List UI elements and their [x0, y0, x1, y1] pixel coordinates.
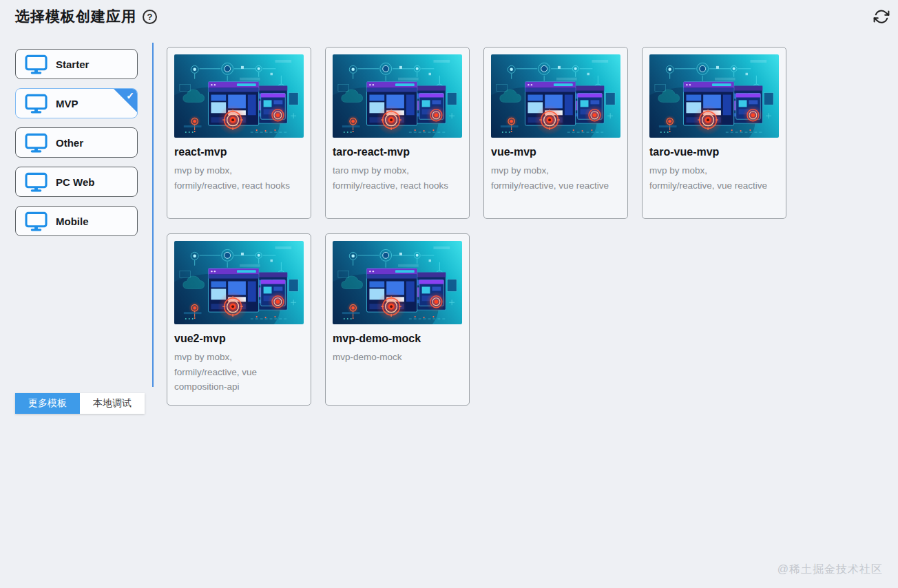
template-name: vue2-mvp — [174, 333, 304, 345]
sidebar-item-mvp[interactable]: MVP ✓ — [15, 88, 138, 118]
template-card-mvp-demo-mock[interactable]: mvp-demo-mock mvp-demo-mock — [325, 233, 470, 406]
sidebar-item-starter[interactable]: Starter ✓ — [15, 49, 138, 79]
template-description: mvp by mobx, formily/reactive, vue react… — [649, 163, 779, 193]
template-card-react-mvp[interactable]: react-mvp mvp by mobx, formily/reactive,… — [167, 47, 311, 219]
sidebar-item-label: Mobile — [56, 216, 89, 227]
template-thumbnail-image — [174, 54, 304, 138]
template-grid: react-mvp mvp by mobx, formily/reactive,… — [167, 47, 807, 406]
monitor-icon — [25, 133, 48, 153]
page-title: 选择模板创建应用 — [15, 7, 136, 26]
template-thumbnail-image — [649, 54, 779, 138]
sidebar-item-mobile[interactable]: Mobile ✓ — [15, 206, 138, 236]
category-sidebar: Starter ✓ MVP ✓ Other ✓ PC Web ✓ Mobile … — [15, 49, 138, 236]
template-name: taro-react-mvp — [333, 146, 462, 158]
template-name: react-mvp — [174, 146, 304, 158]
template-description: mvp by mobx, formily/reactive, react hoo… — [174, 163, 304, 193]
template-card-vue-mvp[interactable]: vue-mvp mvp by mobx, formily/reactive, v… — [483, 47, 628, 219]
template-name: taro-vue-mvp — [649, 146, 779, 158]
template-thumbnail-image — [491, 54, 620, 138]
sidebar-item-other[interactable]: Other ✓ — [15, 127, 138, 158]
monitor-icon — [25, 54, 48, 74]
refresh-icon[interactable] — [873, 8, 890, 25]
monitor-icon — [25, 94, 48, 114]
template-name: vue-mvp — [491, 146, 620, 158]
bottom-tab-label: 本地调试 — [93, 397, 132, 410]
watermark: @稀土掘金技术社区 — [777, 563, 883, 577]
template-thumbnail-image — [333, 54, 462, 138]
template-thumbnail-image — [333, 241, 462, 324]
template-description: mvp-demo-mock — [333, 350, 462, 365]
template-picker-page: 选择模板创建应用 ? Starter ✓ MVP ✓ Other ✓ PC We… — [0, 0, 898, 588]
page-header: 选择模板创建应用 ? — [15, 7, 157, 26]
template-description: mvp by mobx, formily/reactive, vue compo… — [174, 350, 304, 395]
template-description: taro mvp by mobx, formily/reactive, reac… — [333, 163, 462, 193]
sidebar-item-label: MVP — [56, 98, 79, 109]
sidebar-item-label: Other — [56, 137, 83, 149]
template-name: mvp-demo-mock — [333, 333, 462, 345]
bottom-tab-local-debug[interactable]: 本地调试 — [80, 393, 145, 414]
template-card-taro-vue-mvp[interactable]: taro-vue-mvp mvp by mobx, formily/reacti… — [642, 47, 786, 219]
sidebar-item-pc-web[interactable]: PC Web ✓ — [15, 167, 138, 197]
help-icon[interactable]: ? — [143, 10, 157, 24]
template-card-vue2-mvp[interactable]: vue2-mvp mvp by mobx, formily/reactive, … — [167, 233, 311, 406]
sidebar-item-label: PC Web — [56, 176, 94, 188]
bottom-tab-more-templates[interactable]: 更多模板 — [15, 393, 80, 414]
template-thumbnail-image — [174, 241, 304, 324]
monitor-icon — [25, 211, 48, 231]
template-description: mvp by mobx, formily/reactive, vue react… — [491, 163, 620, 193]
sidebar-item-label: Starter — [56, 59, 89, 70]
bottom-tab-bar: 更多模板 本地调试 — [15, 393, 145, 414]
template-card-taro-react-mvp[interactable]: taro-react-mvp taro mvp by mobx, formily… — [325, 47, 470, 219]
check-icon: ✓ — [126, 90, 134, 101]
sidebar-divider — [152, 43, 154, 387]
bottom-tab-label: 更多模板 — [28, 397, 67, 410]
monitor-icon — [25, 172, 48, 192]
